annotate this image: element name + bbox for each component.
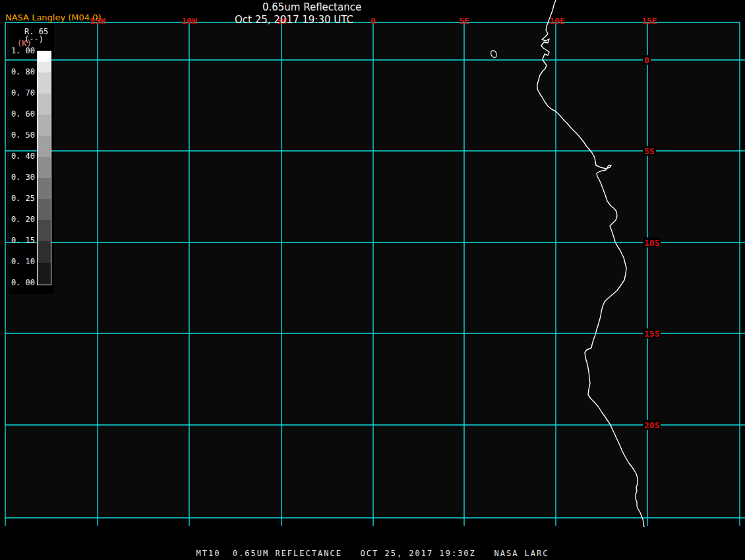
coastline-path (537, 0, 644, 527)
island-outline (490, 49, 498, 58)
satellite-image-viewer: 15W10W5W05E10E15E 0.65um Reflectance Oct… (0, 0, 745, 560)
map-canvas (0, 0, 745, 560)
